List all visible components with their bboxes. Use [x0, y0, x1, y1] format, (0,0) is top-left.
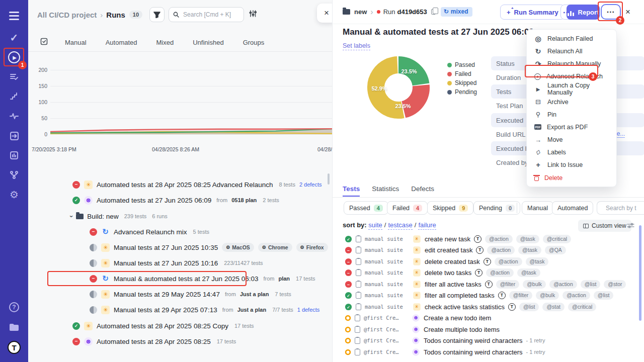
- run-title[interactable]: Manual tests at 27 Jun 2025 10:16: [114, 259, 218, 267]
- filter-manual[interactable]: Manual: [522, 201, 553, 215]
- pulse-icon[interactable]: [0, 109, 28, 124]
- breadcrumb-project[interactable]: All CI/CD project: [37, 11, 97, 19]
- run-row[interactable]: Manual tests at 27 Jun 2025 10:16 223/11…: [28, 255, 325, 270]
- suite-name[interactable]: @first Cre…: [364, 349, 408, 355]
- test-row[interactable]: manual suite check active tasks statisti…: [333, 301, 596, 312]
- tab-groups[interactable]: Groups: [243, 39, 265, 46]
- close-panel-button[interactable]: ×: [317, 4, 332, 23]
- filter-button[interactable]: [149, 7, 165, 22]
- view-settings-icon[interactable]: [627, 222, 634, 231]
- test-row[interactable]: @first Cre… Create multiple todo items: [333, 324, 500, 335]
- test-title[interactable]: filter all completed tasks: [425, 292, 495, 299]
- menu-item-archive[interactable]: Archive: [527, 96, 616, 108]
- close-detail-button[interactable]: ×: [625, 7, 630, 17]
- branch-icon[interactable]: [0, 167, 28, 183]
- run-title[interactable]: Automated tests at 28 Apr 2025 08:25 Cop…: [97, 322, 228, 330]
- gear-icon[interactable]: ⚙: [0, 187, 28, 202]
- copy-icon[interactable]: [431, 9, 436, 15]
- runs-search-input[interactable]: [182, 11, 237, 19]
- menu-icon[interactable]: [0, 8, 28, 23]
- tab-unfinished[interactable]: Unfinished: [193, 39, 223, 46]
- test-row[interactable]: manual suite filter all completed tasks …: [333, 290, 613, 301]
- breadcrumb-build[interactable]: new: [354, 8, 367, 16]
- run-defects-link[interactable]: 1 defects: [297, 307, 320, 313]
- filter-pending[interactable]: Pending0: [473, 201, 520, 215]
- test-title[interactable]: edit created task: [425, 246, 472, 254]
- run-plan[interactable]: Just a plan: [240, 291, 269, 297]
- run-summary-button[interactable]: + Run Summary: [500, 5, 565, 20]
- menu-item-relaunch-failed[interactable]: Relaunch Failed: [527, 32, 616, 45]
- menu-item-launch-copy-manually[interactable]: Launch a Copy Manually: [527, 83, 616, 96]
- run-row[interactable]: Automated tests at 28 Apr 2025 08:25 17 …: [28, 334, 325, 349]
- run-title[interactable]: Automated tests at 28 Apr 2025 08:25 Adv…: [97, 181, 273, 189]
- test-row[interactable]: manual suite delete two tasks T @action@…: [333, 267, 540, 278]
- run-row[interactable]: Manual tests at 27 Jun 2025 10:35 MacOS …: [28, 240, 325, 255]
- run-row[interactable]: Advanced Relaunch mix 5 tests: [28, 224, 325, 239]
- filter-failed[interactable]: Failed4: [387, 201, 428, 215]
- filter-skipped[interactable]: Skipped9: [427, 201, 473, 215]
- tab-tests[interactable]: Tests: [343, 185, 360, 197]
- menu-item-labels[interactable]: Labels: [527, 146, 616, 159]
- custom-view-button[interactable]: Custom view: [578, 220, 631, 232]
- run-title[interactable]: Manual tests at 29 Apr 2025 07:13: [114, 306, 217, 314]
- right-scrollbar[interactable]: [639, 225, 641, 321]
- run-title[interactable]: Automated tests at 27 Jun 2025 06:09: [97, 197, 211, 204]
- tests-search-input[interactable]: [605, 204, 640, 212]
- run-row[interactable]: Manual tests at 29 Apr 2025 07:13 from J…: [28, 302, 325, 317]
- menu-item-delete[interactable]: Delete: [527, 171, 616, 184]
- test-title[interactable]: Create multiple todo items: [424, 326, 500, 333]
- run-row[interactable]: Manual tests at 29 May 2025 14:47 from J…: [28, 287, 325, 302]
- columns-settings-icon[interactable]: [249, 10, 257, 19]
- test-title[interactable]: check active tasks statistics: [425, 303, 505, 311]
- tab-mixed[interactable]: Mixed: [156, 39, 174, 46]
- suite-name[interactable]: manual suite: [365, 304, 409, 310]
- suite-name[interactable]: @first Cre…: [364, 326, 408, 332]
- test-title[interactable]: Todos containing weird characters: [424, 348, 523, 356]
- breadcrumb-page[interactable]: Runs: [106, 11, 125, 19]
- test-title[interactable]: delete created task: [425, 258, 480, 265]
- run-defects-link[interactable]: 2 defects: [299, 182, 322, 188]
- workspace-avatar[interactable]: T: [0, 340, 28, 355]
- filter-passed[interactable]: Passed4: [344, 201, 388, 215]
- menu-item-export-pdf[interactable]: Export as PDF: [527, 121, 616, 133]
- test-title[interactable]: create new task: [425, 235, 470, 243]
- test-title[interactable]: Create a new todo item: [424, 314, 491, 322]
- sort-by-suite[interactable]: suite: [368, 221, 382, 230]
- suite-name[interactable]: manual suite: [365, 258, 409, 264]
- sign-in-icon[interactable]: [0, 128, 28, 143]
- suite-name[interactable]: manual suite: [365, 281, 409, 287]
- run-title[interactable]: Manual tests at 27 Jun 2025 10:35: [114, 244, 218, 251]
- suite-name[interactable]: manual suite: [365, 236, 409, 242]
- tab-automated[interactable]: Automated: [106, 39, 137, 46]
- run-title[interactable]: Automated tests at 28 Apr 2025 08:25: [97, 338, 211, 345]
- filter-automated[interactable]: Automated: [552, 201, 593, 215]
- test-row[interactable]: @first Cre… Todos containing weird chara…: [333, 346, 545, 357]
- test-title[interactable]: filter all active tasks: [425, 281, 481, 288]
- report-button[interactable]: Report: [567, 5, 600, 20]
- run-title[interactable]: Manual tests at 29 May 2025 14:47: [114, 291, 220, 298]
- run-plan[interactable]: plan: [278, 276, 290, 282]
- suite-name[interactable]: manual suite: [365, 247, 409, 253]
- stairs-icon[interactable]: [0, 89, 28, 104]
- tab-manual[interactable]: Manual: [65, 39, 87, 46]
- bar-chart-icon[interactable]: [0, 148, 28, 163]
- sort-by-testcase[interactable]: testcase: [388, 221, 412, 230]
- menu-item-move[interactable]: Move: [527, 134, 616, 146]
- test-row[interactable]: manual suite edit created task T @action…: [333, 244, 566, 255]
- test-row[interactable]: @first Cre… Todos containing weird chara…: [333, 335, 545, 346]
- runs-search[interactable]: [169, 7, 244, 22]
- check-icon[interactable]: ✓: [0, 30, 28, 45]
- help-icon[interactable]: ?: [0, 300, 28, 315]
- run-row[interactable]: Automated tests at 28 Apr 2025 08:25 Adv…: [28, 177, 325, 192]
- menu-item-link-to-issue[interactable]: Link to Issue: [527, 159, 616, 171]
- menu-item-pin[interactable]: Pin: [527, 108, 616, 121]
- tests-search[interactable]: [597, 201, 644, 215]
- menu-item-relaunch-all[interactable]: Relaunch All: [527, 45, 616, 57]
- run-row[interactable]: Automated tests at 27 Jun 2025 06:09 fro…: [28, 193, 325, 208]
- run-title[interactable]: Advanced Relaunch mix: [114, 228, 187, 236]
- tab-defects[interactable]: Defects: [411, 185, 434, 197]
- run-group-row[interactable]: › Build: new 239 tests 6 runs: [28, 209, 325, 224]
- suite-name[interactable]: manual suite: [365, 269, 409, 276]
- suite-name[interactable]: @first Cre…: [364, 337, 408, 343]
- set-labels-link[interactable]: Set labels: [343, 42, 370, 50]
